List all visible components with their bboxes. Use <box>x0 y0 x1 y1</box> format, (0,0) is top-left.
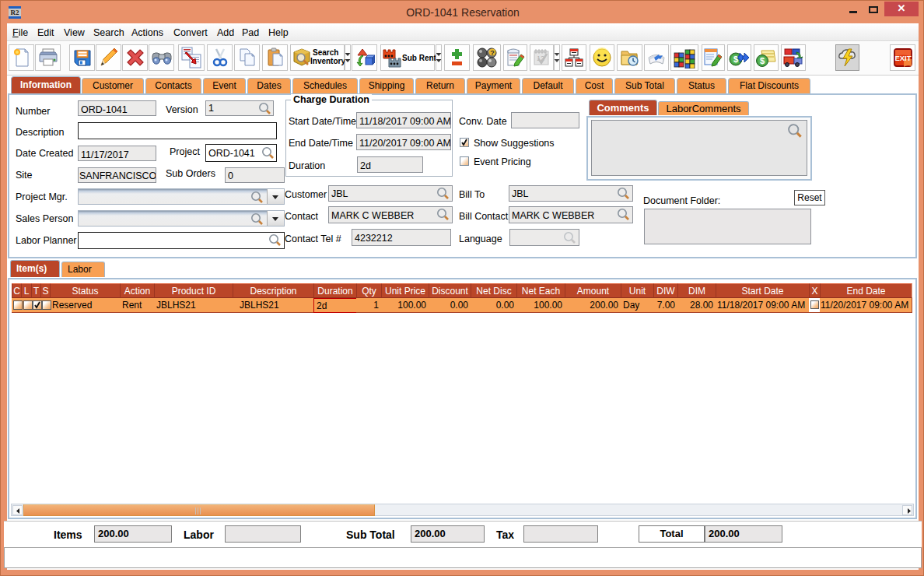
svg-text:?: ? <box>490 49 495 57</box>
svg-text:$: $ <box>760 56 765 65</box>
svg-text:EXIT: EXIT <box>894 54 911 62</box>
svg-text:$: $ <box>733 54 737 64</box>
